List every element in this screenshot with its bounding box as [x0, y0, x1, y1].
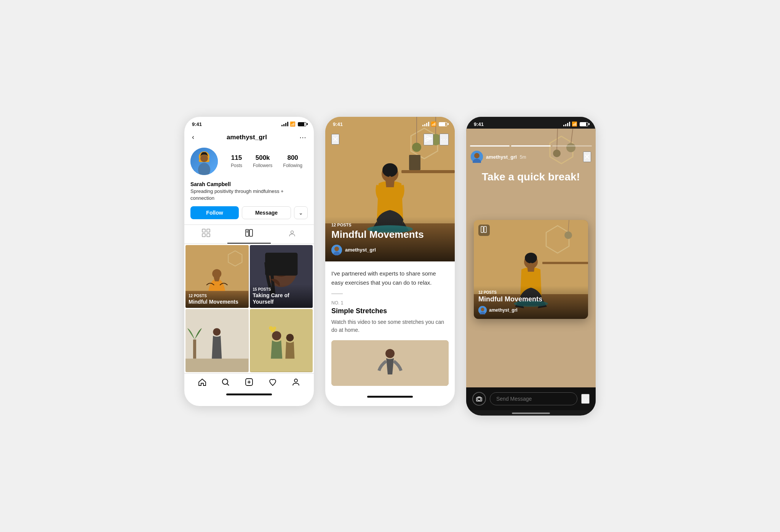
- posts-stat[interactable]: 115 Posts: [231, 154, 242, 169]
- article-video-thumbnail[interactable]: [331, 340, 449, 386]
- svg-rect-68: [542, 262, 588, 264]
- grid-overlay-2: 15 POSTS Taking Care of Yourself: [250, 284, 313, 308]
- signal-icon-2: [422, 122, 429, 126]
- story-card-username: amethyst_grl: [489, 307, 518, 313]
- story-more-button[interactable]: ⋯: [581, 394, 590, 404]
- story-headline-text: Take a quick break!: [474, 170, 588, 183]
- story-user-info: amethyst_grl 5m: [471, 151, 526, 163]
- follow-button[interactable]: Follow: [190, 206, 239, 219]
- hero-title: Mindful Movements: [331, 229, 449, 241]
- svg-point-31: [222, 379, 228, 384]
- svg-point-27: [286, 334, 294, 342]
- message-button[interactable]: Message: [242, 206, 291, 219]
- grid-overlay-1: 12 POSTS Mindful Movements: [185, 291, 249, 308]
- svg-rect-8: [246, 229, 249, 236]
- dropdown-button[interactable]: ⌄: [294, 206, 308, 219]
- story-card[interactable]: 12 POSTS Mindful Movements amethyst_grl: [474, 220, 588, 319]
- svg-point-2: [200, 155, 208, 162]
- avatar-bg: [190, 148, 218, 175]
- svg-point-12: [291, 231, 294, 233]
- story-card-image: 12 POSTS Mindful Movements amethyst_grl: [474, 220, 588, 319]
- profile-username: amethyst_grl: [227, 134, 267, 141]
- followers-stat[interactable]: 500k Followers: [253, 154, 272, 169]
- article-actions: ⋯: [424, 134, 449, 145]
- progress-bar-2: [511, 145, 551, 147]
- send-icon[interactable]: [424, 134, 433, 145]
- following-label: Following: [283, 163, 302, 168]
- guides-icon: [245, 229, 253, 239]
- camera-button[interactable]: [472, 392, 486, 406]
- search-nav-icon[interactable]: [221, 377, 230, 389]
- svg-rect-45: [409, 155, 420, 170]
- story-close-button[interactable]: ✕: [583, 151, 591, 162]
- status-bar-3: 9:41 📶: [466, 117, 596, 129]
- svg-rect-6: [202, 234, 205, 237]
- grid-title-2: Taking Care of Yourself: [253, 292, 310, 305]
- grid-item-4[interactable]: [250, 309, 313, 372]
- bio-text: Spreading positivity through mindfulness…: [190, 188, 308, 202]
- article-body: I've partnered with experts to share som…: [325, 261, 455, 393]
- grid-item-3[interactable]: [185, 309, 249, 372]
- grid-item-taking-care[interactable]: 15 POSTS Taking Care of Yourself: [250, 245, 313, 308]
- close-article-button[interactable]: ✕: [331, 134, 339, 145]
- tab-tagged[interactable]: [271, 225, 314, 244]
- svg-point-36: [294, 379, 297, 382]
- home-indicator-1: [226, 393, 272, 395]
- screens-container: 9:41 📶 ‹ amethyst_grl ⋯: [184, 117, 596, 416]
- progress-bar-3: [552, 145, 592, 147]
- svg-point-47: [382, 163, 398, 177]
- likes-nav-icon[interactable]: [268, 377, 277, 389]
- status-icons-3: 📶: [563, 121, 588, 127]
- bio-name: Sarah Campbell: [190, 181, 308, 187]
- more-options-button[interactable]: ⋯: [298, 132, 308, 143]
- home-nav-icon[interactable]: [198, 377, 207, 389]
- action-buttons: Follow Message ⌄: [184, 206, 314, 225]
- grid-item-mindful[interactable]: 12 POSTS Mindful Movements: [185, 245, 249, 308]
- signal-icon-3: [563, 122, 570, 126]
- author-name: amethyst_grl: [345, 247, 376, 253]
- profile-header: ‹ amethyst_grl ⋯: [184, 129, 314, 148]
- status-time-2: 9:41: [333, 121, 343, 127]
- following-stat[interactable]: 800 Following: [283, 154, 302, 169]
- story-card-title: Mindful Movements: [478, 295, 583, 304]
- svg-rect-22: [185, 359, 249, 372]
- profile-nav-icon[interactable]: [291, 377, 300, 389]
- create-nav-icon[interactable]: [245, 377, 254, 389]
- tab-guides[interactable]: [227, 225, 270, 244]
- svg-point-67: [564, 231, 572, 239]
- svg-rect-72: [481, 226, 483, 233]
- story-card-overlay: 12 POSTS Mindful Movements amethyst_grl: [474, 286, 588, 319]
- article-section-text: Watch this video to see some stretches y…: [331, 318, 449, 334]
- svg-rect-24: [193, 340, 196, 359]
- status-time-3: 9:41: [474, 121, 484, 127]
- tab-grid[interactable]: [184, 225, 227, 244]
- article-intro: I've partnered with experts to share som…: [331, 269, 449, 287]
- status-bar-1: 9:41 📶: [184, 117, 314, 129]
- battery-icon-3: [580, 122, 588, 126]
- more-article-button[interactable]: ⋯: [440, 134, 449, 145]
- wifi-icon: 📶: [290, 121, 296, 127]
- guides-grid: 12 POSTS Mindful Movements: [184, 244, 314, 373]
- following-count: 800: [283, 154, 302, 162]
- status-bar-2: 9:41 📶: [325, 117, 455, 129]
- author-avatar: [331, 245, 342, 255]
- status-icons-2: 📶: [422, 121, 447, 127]
- story-headline: Take a quick break!: [466, 170, 596, 183]
- story-card-avatar: [478, 306, 487, 314]
- article-section-title: Simple Stretches: [331, 307, 449, 315]
- back-button[interactable]: ‹: [190, 132, 196, 143]
- svg-rect-4: [202, 229, 205, 232]
- story-username: amethyst_grl: [486, 154, 517, 160]
- send-message-input[interactable]: [490, 392, 577, 405]
- posts-count: 115: [231, 154, 242, 162]
- story-avatar: [471, 151, 483, 163]
- progress-bar-1: [470, 145, 510, 147]
- tabs-row: [184, 225, 314, 244]
- svg-point-30: [273, 327, 276, 330]
- profile-bio: Sarah Campbell Spreading positivity thro…: [184, 181, 314, 206]
- story-user-details: amethyst_grl 5m: [486, 153, 526, 160]
- svg-rect-44: [401, 170, 455, 173]
- bottom-nav: [184, 373, 314, 391]
- svg-rect-5: [207, 229, 210, 232]
- svg-point-26: [272, 331, 281, 341]
